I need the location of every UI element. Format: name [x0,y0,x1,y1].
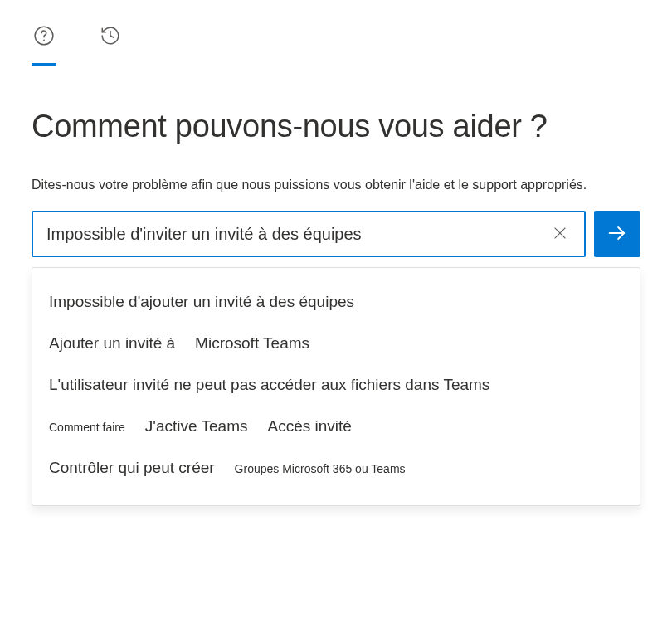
suggestion-item[interactable]: L'utilisateur invité ne peut pas accéder… [32,364,640,406]
close-icon [551,224,569,245]
submit-button[interactable] [594,211,640,257]
suggestion-text: Ajouter un invité à [49,334,175,353]
search-input[interactable] [46,225,546,244]
suggestion-text: Comment faire [49,421,125,434]
suggestion-item[interactable]: Impossible d'ajouter un invité à des équ… [32,281,640,323]
suggestions-list: Impossible d'ajouter un invité à des équ… [32,267,640,506]
arrow-right-icon [606,221,629,247]
tabs-row [32,25,640,66]
suggestion-item[interactable]: Comment faire J'active Teams Accès invit… [32,406,640,447]
help-circle-icon [33,25,55,50]
suggestion-item[interactable]: Contrôler qui peut créer Groupes Microso… [32,447,640,489]
suggestion-text: Groupes Microsoft 365 ou Teams [235,462,406,475]
tab-history[interactable] [98,25,123,66]
svg-point-1 [43,40,45,41]
tab-help[interactable] [32,25,56,66]
history-icon [100,25,121,50]
tab-history-indicator [98,63,123,66]
suggestion-text: Accès invité [267,417,351,436]
clear-button[interactable] [546,219,574,250]
suggestion-text: Microsoft Teams [195,334,309,353]
suggestion-text: L'utilisateur invité ne peut pas accéder… [49,376,489,393]
search-box[interactable] [32,211,586,257]
suggestion-item[interactable]: Ajouter un invité à Microsoft Teams [32,323,640,364]
page-title: Comment pouvons-nous vous aider ? [32,109,640,144]
page-subtitle: Dites-nous votre problème afin que nous … [32,178,640,192]
suggestion-text: Impossible d'ajouter un invité à des équ… [49,293,354,310]
tab-help-indicator [32,63,56,66]
suggestion-text: Contrôler qui peut créer [49,459,215,477]
suggestion-text: J'active Teams [145,417,248,436]
